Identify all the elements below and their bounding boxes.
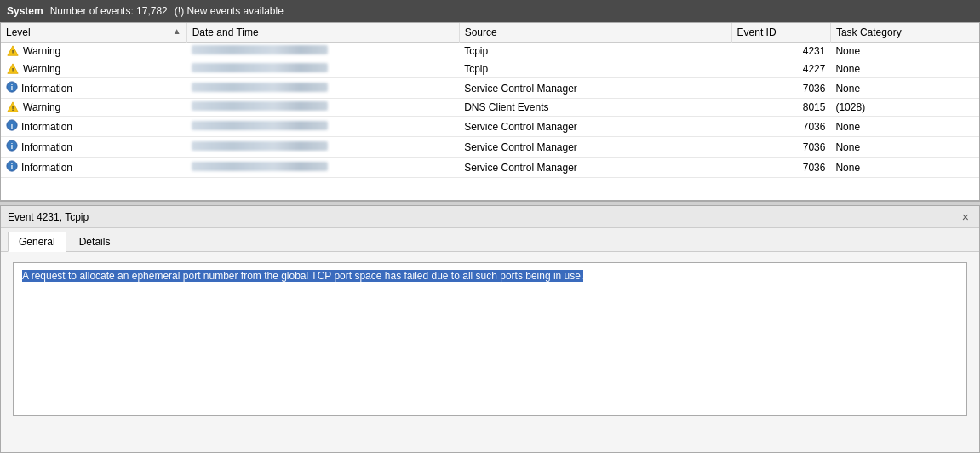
col-header-source[interactable]: Source [459, 23, 731, 43]
col-header-level[interactable]: Level ▲ [1, 23, 186, 43]
svg-text:!: ! [12, 49, 14, 56]
cell-datetime [186, 60, 459, 78]
cell-level: i Information [1, 78, 186, 99]
cell-datetime [186, 117, 459, 137]
cell-datetime [186, 99, 459, 117]
app-name: System [7, 5, 43, 17]
cell-datetime [186, 78, 459, 99]
cell-taskcategory: None [830, 158, 979, 178]
cell-eventid: 7036 [731, 78, 830, 99]
cell-eventid: 4231 [731, 43, 830, 60]
cell-taskcategory: None [830, 78, 979, 99]
warning-icon: ! [6, 101, 20, 113]
cell-taskcategory: None [830, 137, 979, 158]
table-row[interactable]: i InformationService Control Manager7036… [1, 137, 979, 158]
close-button[interactable]: × [959, 211, 972, 223]
cell-level: ! Warning [1, 43, 186, 60]
detail-content: A request to allocate an ephemeral port … [1, 252, 979, 446]
datetime-placeholder [192, 121, 328, 130]
tab-details[interactable]: Details [68, 232, 122, 251]
info-icon: i [6, 119, 18, 134]
table-row[interactable]: i InformationService Control Manager7036… [1, 158, 979, 178]
event-rows: ! WarningTcpip4231None ! WarningTcpip422… [1, 43, 979, 178]
cell-datetime [186, 137, 459, 158]
title-bar: System Number of events: 17,782 (!) New … [0, 0, 980, 22]
tab-general[interactable]: General [8, 232, 66, 252]
datetime-placeholder [192, 141, 328, 151]
col-header-eventid[interactable]: Event ID [731, 23, 830, 43]
datetime-placeholder [192, 45, 328, 54]
detail-title: Event 4231, Tcpip [8, 211, 89, 223]
cell-level: i Information [1, 137, 186, 158]
table-header: Level ▲ Date and Time Source Event ID Ta… [1, 23, 979, 43]
cell-taskcategory: None [830, 43, 979, 60]
level-label: Information [21, 162, 72, 174]
col-header-datetime[interactable]: Date and Time [186, 23, 459, 43]
table-row[interactable]: ! WarningTcpip4227None [1, 60, 979, 78]
level-label: Warning [23, 63, 60, 75]
cell-taskcategory: None [830, 60, 979, 78]
event-detail-panel: Event 4231, Tcpip × General Details A re… [0, 206, 980, 453]
event-table: Level ▲ Date and Time Source Event ID Ta… [1, 23, 979, 43]
cell-level: i Information [1, 117, 186, 137]
warning-icon: ! [6, 45, 20, 57]
cell-source: Tcpip [459, 43, 731, 60]
event-table-body: ! WarningTcpip4231None ! WarningTcpip422… [1, 43, 979, 178]
event-count: Number of events: 17,782 [50, 5, 168, 17]
sort-arrow-level: ▲ [173, 26, 181, 36]
cell-level: ! Warning [1, 99, 186, 117]
svg-text:!: ! [12, 66, 14, 74]
level-label: Warning [23, 101, 60, 113]
event-list-scroll[interactable]: ! WarningTcpip4231None ! WarningTcpip422… [1, 43, 979, 198]
cell-datetime [186, 43, 459, 60]
cell-level: ! Warning [1, 60, 186, 78]
cell-source: Service Control Manager [459, 158, 731, 178]
cell-taskcategory: (1028) [830, 99, 979, 117]
cell-datetime [186, 158, 459, 178]
table-row[interactable]: i InformationService Control Manager7036… [1, 117, 979, 137]
svg-text:i: i [11, 122, 13, 130]
svg-text:i: i [11, 142, 13, 151]
datetime-placeholder [192, 101, 328, 111]
cell-eventid: 8015 [731, 99, 830, 117]
table-row[interactable]: ! WarningDNS Client Events8015(1028) [1, 99, 979, 117]
col-header-taskcategory[interactable]: Task Category [830, 23, 979, 43]
level-label: Information [21, 83, 72, 95]
detail-text-box[interactable]: A request to allocate an ephemeral port … [13, 262, 967, 416]
table-row[interactable]: i InformationService Control Manager7036… [1, 78, 979, 99]
datetime-placeholder [192, 63, 328, 72]
cell-eventid: 4227 [731, 60, 830, 78]
cell-source: Service Control Manager [459, 78, 731, 99]
event-list-panel: Level ▲ Date and Time Source Event ID Ta… [0, 22, 980, 201]
info-icon: i [6, 160, 18, 175]
tabs-bar: General Details [1, 228, 979, 252]
cell-source: Service Control Manager [459, 137, 731, 158]
level-label: Information [21, 141, 72, 153]
detail-header: Event 4231, Tcpip × [1, 206, 979, 228]
svg-text:i: i [11, 163, 13, 171]
level-label: Information [21, 121, 72, 133]
cell-eventid: 7036 [731, 137, 830, 158]
detail-text-highlighted: A request to allocate an ephemeral port … [22, 270, 583, 282]
cell-source: Tcpip [459, 60, 731, 78]
cell-level: i Information [1, 158, 186, 178]
info-icon: i [6, 81, 18, 95]
cell-source: Service Control Manager [459, 117, 731, 137]
new-events-label: (!) New events available [175, 5, 284, 17]
datetime-placeholder [192, 162, 328, 171]
cell-eventid: 7036 [731, 158, 830, 178]
warning-icon: ! [6, 63, 20, 75]
svg-text:!: ! [12, 105, 14, 112]
level-label: Warning [23, 45, 60, 57]
cell-taskcategory: None [830, 117, 979, 137]
info-icon: i [6, 140, 18, 154]
cell-source: DNS Client Events [459, 99, 731, 117]
datetime-placeholder [192, 83, 328, 92]
svg-text:i: i [11, 83, 13, 92]
table-row[interactable]: ! WarningTcpip4231None [1, 43, 979, 60]
cell-eventid: 7036 [731, 117, 830, 137]
